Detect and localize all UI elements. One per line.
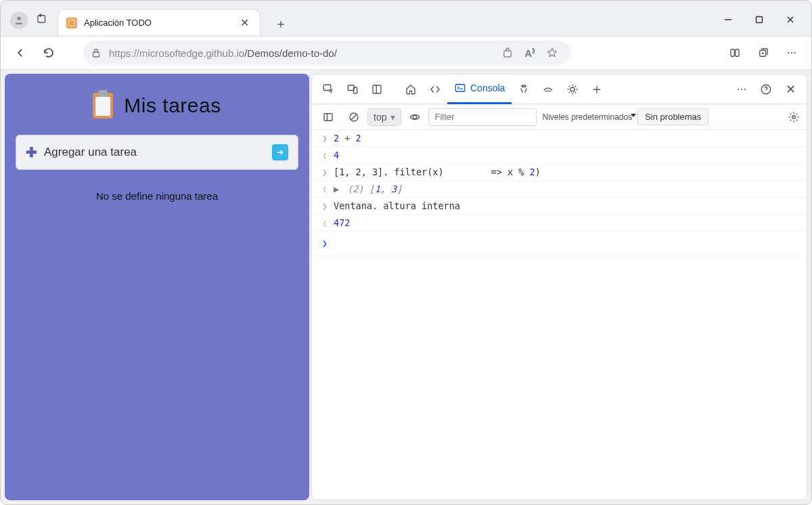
svg-rect-1 <box>38 16 45 23</box>
expand-arrow-icon[interactable]: ▶ <box>334 183 339 194</box>
window-controls <box>713 6 811 33</box>
input-arrow-icon <box>321 167 328 177</box>
tab-close-button[interactable]: ✕ <box>238 15 252 31</box>
page-heading-text: Mis tareas <box>124 94 221 117</box>
devtools-overflow-button[interactable]: ⋯ <box>729 77 754 102</box>
devtools-close-button[interactable]: ✕ <box>778 77 803 102</box>
output-arrow-icon <box>322 150 328 160</box>
url-host: https://microsoftedge.github.io <box>109 47 244 59</box>
favorite-star-icon[interactable] <box>546 47 558 59</box>
issues-label: Sin problemas <box>645 112 701 122</box>
new-tab-button[interactable]: ＋ <box>269 12 293 36</box>
chevron-down-icon <box>631 114 636 117</box>
console-output-row: ▶ (2) [1, 3] <box>312 181 807 198</box>
network-tab-icon[interactable] <box>536 77 560 102</box>
svg-point-18 <box>570 87 574 91</box>
console-token: 2 <box>529 167 535 177</box>
add-task-input[interactable]: ✚ Agregar una tarea <box>16 135 298 170</box>
address-bar[interactable]: https://microsoftedge.github.io/Demos/de… <box>83 41 570 65</box>
svg-rect-17 <box>455 85 465 92</box>
title-bar: Aplicación TODO ✕ ＋ <box>1 1 811 36</box>
url-path: /Demos/demo-to-do/ <box>244 47 337 59</box>
elements-tab-icon[interactable] <box>423 77 447 102</box>
collections-icon[interactable] <box>749 39 777 67</box>
submit-task-button[interactable] <box>272 144 288 160</box>
devtools-panel: Consola ＋ ⋯ ✕ top ▾ <box>311 74 807 500</box>
console-messages[interactable]: 2 + 2 4 [1, 2, 3]. filter(x)=> x % 2) ▶ … <box>312 130 807 500</box>
console-input-row: 2 + 2 <box>312 130 807 147</box>
window-maximize-button[interactable] <box>744 6 775 33</box>
console-prompt-row[interactable] <box>312 232 807 256</box>
read-aloud-icon[interactable]: A⟫ <box>524 47 535 59</box>
device-emulation-icon[interactable] <box>340 77 365 102</box>
context-label: top <box>374 112 386 123</box>
console-settings-icon[interactable] <box>785 108 803 126</box>
console-output-row: 4 <box>312 147 807 164</box>
console-filter-input[interactable] <box>428 108 537 126</box>
svg-rect-2 <box>40 14 41 16</box>
svg-rect-12 <box>323 85 331 90</box>
console-toolbar: top ▾ Niveles predeterminados Sin proble… <box>312 104 807 130</box>
dock-side-icon[interactable] <box>365 77 389 102</box>
console-token: ) <box>535 167 541 177</box>
console-token: => x % <box>491 167 524 177</box>
back-button[interactable] <box>6 39 35 67</box>
console-token: 1 <box>375 183 380 194</box>
console-icon <box>454 82 466 94</box>
svg-rect-15 <box>373 85 381 93</box>
console-tab-label: Consola <box>470 83 505 93</box>
output-arrow-icon <box>322 184 328 194</box>
log-levels-label: Niveles predeterminados <box>542 112 632 122</box>
live-expression-icon[interactable] <box>403 105 427 129</box>
devtools-tabbar: Consola ＋ ⋯ ✕ <box>312 74 807 104</box>
console-result: 472 <box>334 217 350 228</box>
window-close-button[interactable] <box>775 6 806 33</box>
inspect-element-icon[interactable] <box>316 77 340 102</box>
input-arrow-icon <box>321 133 328 144</box>
split-screen-icon[interactable] <box>721 39 749 67</box>
browser-tab[interactable]: Aplicación TODO ✕ <box>58 9 261 36</box>
svg-rect-7 <box>93 52 99 57</box>
tab-title: Aplicación TODO <box>84 18 238 28</box>
log-levels-dropdown[interactable]: Niveles predeterminados <box>542 112 632 122</box>
shopping-icon[interactable] <box>501 47 514 59</box>
sources-tab-icon[interactable] <box>512 77 536 102</box>
browser-window: Aplicación TODO ✕ ＋ https://microsoftedg… <box>0 0 812 505</box>
empty-task-message: No se define ninguna tarea <box>5 190 309 202</box>
profile-avatar-icon[interactable] <box>10 12 28 29</box>
svg-rect-4 <box>757 17 763 23</box>
svg-point-0 <box>17 17 20 20</box>
sidebar-toggle-icon[interactable] <box>316 105 340 129</box>
svg-point-24 <box>413 115 417 118</box>
svg-line-23 <box>351 114 357 120</box>
svg-point-25 <box>792 115 796 118</box>
welcome-tab-icon[interactable] <box>399 77 423 102</box>
more-tabs-button[interactable]: ＋ <box>585 77 609 102</box>
console-token: 2 <box>356 133 361 144</box>
tab-actions-icon[interactable] <box>36 13 48 25</box>
more-menu-button[interactable]: ⋯ <box>777 39 806 67</box>
lock-icon <box>90 47 102 59</box>
address-toolbar: https://microsoftedge.github.io/Demos/de… <box>1 36 811 70</box>
console-token: 2 <box>334 133 339 144</box>
refresh-button[interactable] <box>35 39 63 67</box>
issues-button[interactable]: Sin problemas <box>637 108 708 125</box>
svg-rect-8 <box>504 51 512 57</box>
console-token: [1, 2, 3]. filter(x) <box>334 167 444 177</box>
console-output-row: 472 <box>312 215 807 232</box>
performance-tab-icon[interactable] <box>560 77 585 102</box>
window-minimize-button[interactable] <box>713 6 744 33</box>
context-selector[interactable]: top ▾ <box>367 108 401 126</box>
input-arrow-icon <box>321 201 328 211</box>
svg-rect-9 <box>731 49 734 57</box>
url-text: https://microsoftedge.github.io/Demos/de… <box>109 47 496 59</box>
clipboard-icon <box>93 93 113 118</box>
console-input-row: Ventana. altura interna <box>312 198 807 215</box>
add-task-placeholder: Agregar una tarea <box>44 146 272 159</box>
console-tab[interactable]: Consola <box>447 74 512 104</box>
clear-console-icon[interactable] <box>342 105 366 129</box>
console-result: 4 <box>334 150 339 160</box>
devtools-help-icon[interactable] <box>754 77 778 102</box>
output-arrow-icon <box>322 218 328 228</box>
console-token: + <box>344 133 350 144</box>
